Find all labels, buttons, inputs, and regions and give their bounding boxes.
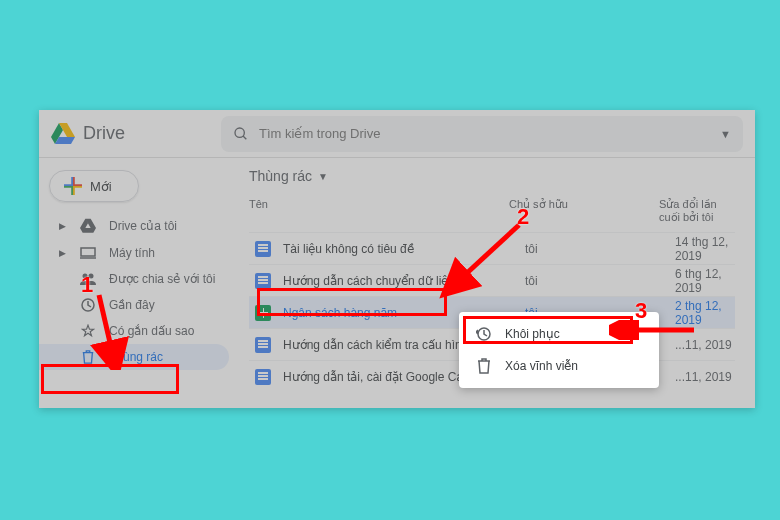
drive-logo-icon [51, 123, 75, 145]
sidebar-item-recent[interactable]: Gần đây [39, 292, 229, 318]
sidebar-item-shared[interactable]: Được chia sẻ với tôi [39, 266, 229, 292]
breadcrumb[interactable]: Thùng rác ▼ [249, 168, 735, 184]
chevron-right-icon: ▶ [59, 248, 67, 258]
svg-point-0 [235, 128, 244, 137]
recent-icon [79, 298, 97, 312]
new-button-label: Mới [90, 179, 112, 194]
topbar: Drive ▼ [39, 110, 755, 158]
plus-icon [64, 177, 82, 195]
col-modified[interactable]: Sửa đổi lần cuối bởi tôi [659, 198, 735, 224]
ctx-delete-forever[interactable]: Xóa vĩnh viễn [459, 350, 659, 382]
docs-icon [255, 241, 271, 257]
annotation-number-2: 2 [517, 204, 529, 230]
context-menu: Khôi phục Xóa vĩnh viễn [459, 312, 659, 388]
chevron-down-icon: ▼ [318, 171, 328, 182]
file-row[interactable]: Tài liệu không có tiêu đềtôi14 thg 12, 2… [249, 232, 735, 264]
drive-app-window: Drive ▼ Mới ▶ Drive của tôi ▶ Máy tính [39, 110, 755, 408]
annotation-number-1: 1 [81, 272, 93, 298]
col-owner[interactable]: Chủ sở hữu [509, 198, 659, 224]
sidebar-item-label: Gần đây [109, 298, 155, 312]
sheets-icon [255, 305, 271, 321]
search-options-icon[interactable]: ▼ [720, 128, 731, 140]
sidebar-item-label: Máy tính [109, 246, 155, 260]
search-input[interactable] [259, 126, 702, 141]
searchbar[interactable]: ▼ [221, 116, 743, 152]
sidebar-item-label: Có gắn dấu sao [109, 324, 194, 338]
sidebar-item-label: Được chia sẻ với tôi [109, 272, 215, 286]
computers-icon [79, 247, 97, 259]
sidebar-item-mydrive[interactable]: ▶ Drive của tôi [39, 212, 229, 240]
search-icon [233, 126, 249, 142]
col-name[interactable]: Tên [249, 198, 509, 224]
ctx-delete-label: Xóa vĩnh viễn [505, 359, 578, 373]
docs-icon [255, 369, 271, 385]
brand-label: Drive [83, 123, 125, 144]
mydrive-icon [79, 218, 97, 234]
ctx-restore[interactable]: Khôi phục [459, 318, 659, 350]
svg-rect-2 [81, 248, 95, 256]
sidebar-item-computers[interactable]: ▶ Máy tính [39, 240, 229, 266]
sidebar-item-label: Thùng rác [109, 350, 163, 364]
svg-line-1 [243, 136, 246, 139]
file-row[interactable]: Hướng dẫn cách chuyển dữ liệu từ...tôi6 … [249, 264, 735, 296]
ctx-restore-label: Khôi phục [505, 327, 560, 341]
star-icon [79, 324, 97, 338]
chevron-right-icon: ▶ [59, 221, 67, 231]
brand[interactable]: Drive [51, 123, 221, 145]
restore-icon [475, 326, 493, 342]
new-button[interactable]: Mới [49, 170, 139, 202]
docs-icon [255, 337, 271, 353]
delete-forever-icon [475, 358, 493, 374]
annotation-number-3: 3 [635, 298, 647, 324]
sidebar-item-starred[interactable]: Có gắn dấu sao [39, 318, 229, 344]
trash-icon [79, 350, 97, 364]
sidebar: Mới ▶ Drive của tôi ▶ Máy tính Được chia… [39, 158, 229, 408]
sidebar-item-label: Drive của tôi [109, 219, 177, 233]
docs-icon [255, 273, 271, 289]
sidebar-item-trash[interactable]: Thùng rác [39, 344, 229, 370]
column-headers: Tên Chủ sở hữu Sửa đổi lần cuối bởi tôi [249, 198, 735, 224]
